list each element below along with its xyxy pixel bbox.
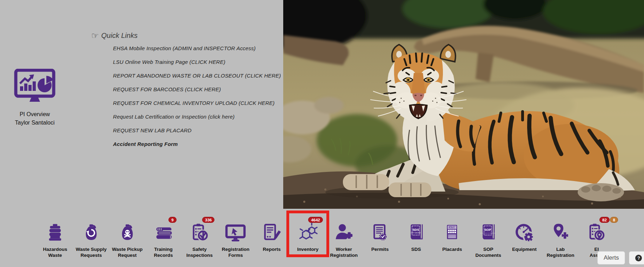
add-worker-icon [333, 223, 354, 243]
toolbar-label: SOP Documents [470, 246, 506, 258]
inspection-clipboard-icon [189, 222, 210, 243]
sop-icon-text: SOP [484, 228, 491, 232]
toolbar-item-waste-supply-requests[interactable]: Waste Supply Requests [73, 216, 109, 258]
toolbar-item-permits[interactable]: Permits [362, 216, 398, 258]
assessment-clipboard-pin-icon [586, 222, 607, 243]
toolbar-label: Inventory [297, 246, 319, 252]
quick-link-ehsa-mobile-inspection[interactable]: EHSA Mobile Inspection (ADMIN and INSPEC… [113, 45, 274, 51]
quick-link-lsu-online-training[interactable]: LSU Online Web Training Page (CLICK HERE… [113, 59, 274, 65]
sop-book-icon: SOP STANDARD OPERATING PROCEDURES [478, 222, 498, 243]
toolbar-item-sds[interactable]: SDS SAFETY DATA SHEET SDS [398, 216, 434, 258]
sds-icon-text: SDS [412, 228, 419, 232]
module-toolbar: Hazardous Waste Waste Supply Requests Wa… [37, 216, 615, 258]
floating-buttons: Alerts ? Help [597, 251, 644, 265]
ehsa-dashboard: PI Overview Taylor Santaloci ☞ Quick Lin… [0, 0, 644, 267]
placard-icon-text: CAUTION [449, 227, 456, 228]
toolbar-item-training-records[interactable]: 9 Training Records [146, 216, 181, 258]
toolbar-item-inventory[interactable]: 4642 Inventory [290, 216, 326, 258]
monitor-cursor-icon [224, 223, 247, 243]
help-button[interactable]: ? Help [629, 251, 644, 265]
toolbar-label: Training Records [146, 246, 181, 258]
quick-link-lab-certification[interactable]: Request Lab Certification or Inspection … [113, 114, 274, 120]
waste-jug-skull-icon [118, 222, 137, 243]
sds-icon-subtext: SAFETY DATA SHEET [411, 232, 420, 234]
waste-drum-icon [45, 222, 65, 243]
report-pencil-icon [261, 222, 282, 243]
add-location-pin-icon [550, 222, 571, 243]
quick-link-report-abandoned-waste[interactable]: REPORT ABANDONED WASTE OR LAB CLOSEOUT (… [113, 73, 274, 79]
toolbar-label: Placards [442, 246, 462, 252]
toolbar-label: Reports [263, 246, 281, 252]
pi-overview-title: PI Overview [6, 110, 63, 119]
toolbar-item-hazardous-waste[interactable]: Hazardous Waste [37, 216, 73, 258]
toolbar-label: Waste Pickup Request [109, 246, 145, 258]
quick-links-title: Quick Links [101, 32, 138, 40]
toolbar-item-lab-registration[interactable]: Lab Registration [543, 216, 578, 258]
toolbar-item-reports[interactable]: Reports [254, 216, 290, 258]
dashboard-monitor-icon [14, 69, 56, 105]
tiger-photo-art [283, 0, 644, 209]
inventory-badge: 4642 [308, 217, 323, 223]
gauge-gear-icon [514, 222, 535, 243]
sop-icon-subtext: STANDARD OPERATING PROCEDURES [480, 233, 496, 233]
toolbar-label: SDS [411, 246, 421, 252]
toolbar-item-worker-registration[interactable]: Worker Registration [326, 216, 362, 258]
pi-overview[interactable]: PI Overview Taylor Santaloci [6, 69, 63, 127]
pointing-hand-icon: ☞ [91, 32, 99, 39]
toolbar-item-registration-forms[interactable]: Registration Forms [218, 216, 253, 258]
training-records-badge: 9 [168, 217, 176, 223]
quick-link-request-barcodes[interactable]: REQUEST FOR BARCODES (CLICK HERE) [113, 86, 274, 92]
toolbar-item-safety-inspections[interactable]: 336 Safety Inspections [181, 216, 217, 258]
toolbar-label: Worker Registration [326, 246, 362, 258]
waste-jug-recycle-icon [82, 222, 101, 243]
safety-inspections-badge: 336 [202, 217, 214, 223]
alerts-button-label: Alerts [604, 254, 619, 261]
toolbar-label: Equipment [512, 246, 537, 252]
quick-link-chemical-inventory-upload[interactable]: REQUEST FOR CHEMICAL INVENTORY UPLOAD (C… [113, 100, 274, 106]
permit-certificate-icon [370, 222, 390, 243]
books-icon [153, 223, 174, 243]
toolbar-label: Permits [371, 246, 389, 252]
toolbar-label: Lab Registration [543, 246, 578, 258]
toolbar-label: Safety Inspections [181, 246, 217, 258]
quick-links: ☞ Quick Links EHSA Mobile Inspection (AD… [91, 32, 274, 155]
toolbar-item-waste-pickup-request[interactable]: Waste Pickup Request [109, 216, 145, 258]
quick-link-new-lab-placard[interactable]: REQUEST NEW LAB PLACARD [113, 127, 274, 133]
quick-links-list: EHSA Mobile Inspection (ADMIN and INSPEC… [113, 45, 274, 147]
toolbar-item-equipment[interactable]: Equipment [506, 216, 542, 258]
toolbar-label: Waste Supply Requests [73, 246, 109, 258]
ei-assessments-badge-secondary: 8 [610, 217, 618, 223]
pi-overview-user: Taylor Santaloci [6, 119, 63, 127]
toolbar-label: Hazardous Waste [37, 246, 73, 258]
alerts-button[interactable]: Alerts [597, 251, 625, 265]
toolbar-item-sop-documents[interactable]: SOP STANDARD OPERATING PROCEDURES SOP Do… [470, 216, 506, 258]
ei-assessments-badge: 82 [599, 217, 610, 223]
help-question-icon: ? [635, 255, 642, 261]
caution-placard-icon: CAUTION [443, 222, 462, 243]
toolbar-item-placards[interactable]: CAUTION Placards [434, 216, 470, 258]
quick-links-header: ☞ Quick Links [91, 32, 274, 40]
quick-link-accident-reporting-form[interactable]: Accident Reporting Form [113, 141, 274, 147]
tiger-photo [283, 0, 644, 209]
sds-book-icon: SDS SAFETY DATA SHEET [406, 222, 426, 243]
molecule-icon [297, 222, 318, 243]
toolbar-label: Registration Forms [218, 246, 253, 258]
